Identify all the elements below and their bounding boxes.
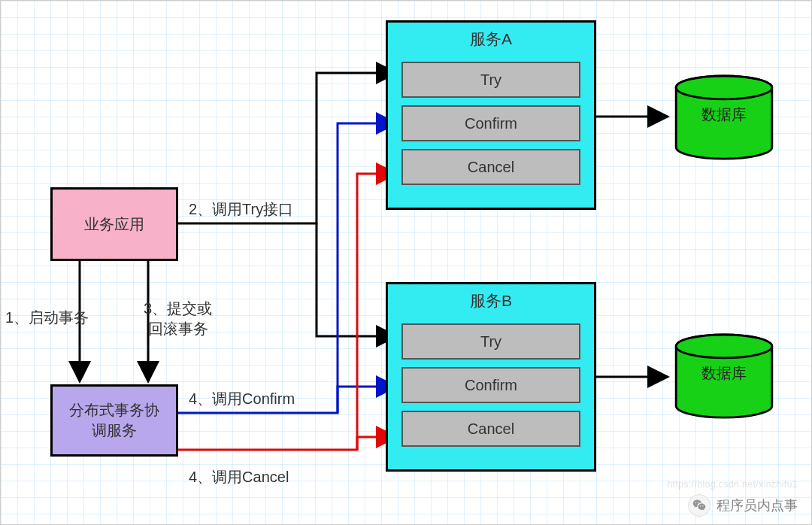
edge-label-call-try: 2、调用Try接口	[189, 199, 293, 220]
author-watermark: 程序员内点事	[688, 494, 798, 517]
diagram-canvas: 业务应用 分布式事务协 调服务 服务A Try Confirm Cancel 服…	[0, 0, 812, 525]
author-watermark-text: 程序员内点事	[717, 496, 798, 514]
database-a-label: 数据库	[672, 105, 776, 125]
database-b: 数据库	[672, 333, 776, 420]
tx-coordinator-box: 分布式事务协 调服务	[50, 384, 178, 457]
edge-label-commit-rollback: 3、提交或 回滚事务	[144, 299, 212, 339]
service-a-box: 服务A Try Confirm Cancel	[386, 20, 596, 210]
service-a-confirm: Confirm	[401, 105, 580, 141]
database-a: 数据库	[672, 74, 776, 162]
business-app-box: 业务应用	[50, 187, 178, 261]
edge-label-call-confirm: 4、调用Confirm	[189, 389, 295, 409]
service-a-cancel: Cancel	[401, 149, 580, 185]
source-watermark: https://blog.csdn.net/xinzhifu1	[667, 479, 798, 490]
service-b-try: Try	[401, 323, 580, 360]
database-b-label: 数据库	[672, 363, 776, 384]
service-b-confirm: Confirm	[401, 367, 580, 403]
business-app-label: 业务应用	[84, 214, 144, 235]
service-b-cancel: Cancel	[401, 411, 580, 447]
tx-coordinator-label: 分布式事务协 调服务	[69, 400, 159, 441]
svg-point-5	[676, 76, 772, 99]
service-b-title: 服务B	[388, 284, 594, 316]
svg-point-7	[676, 335, 772, 358]
service-a-try: Try	[401, 62, 580, 98]
edge-label-call-cancel: 4、调用Cancel	[189, 467, 289, 487]
wechat-icon	[688, 494, 710, 517]
service-b-box: 服务B Try Confirm Cancel	[386, 282, 596, 472]
service-a-title: 服务A	[388, 23, 594, 54]
edge-label-start-tx: 1、启动事务	[5, 308, 89, 328]
